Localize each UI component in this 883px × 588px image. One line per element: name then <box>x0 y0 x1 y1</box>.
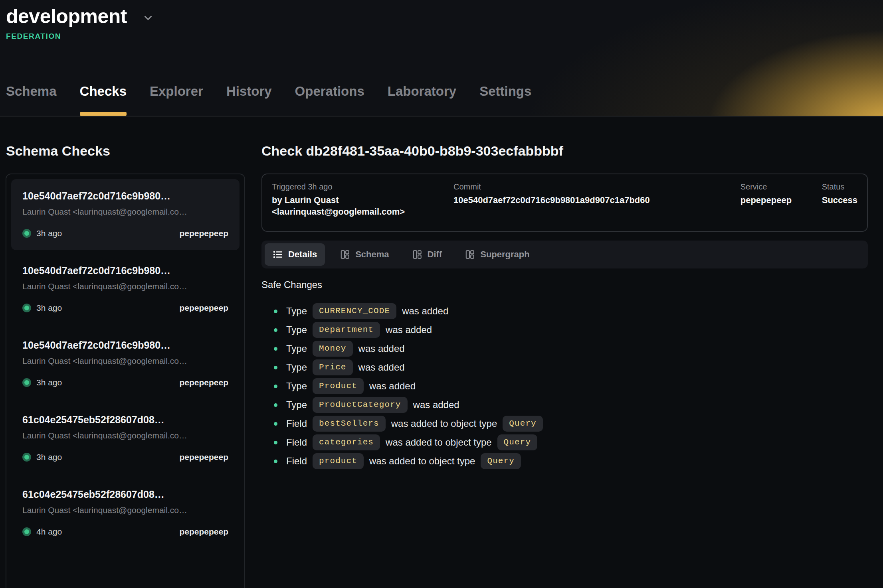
check-service: pepepepeep <box>179 527 228 537</box>
project-name[interactable]: development <box>6 5 127 28</box>
triggered-label: Triggered 3h ago <box>272 182 442 191</box>
check-list-item[interactable]: 10e540d7aef72c0d716c9b980… Laurin Quast … <box>11 254 240 325</box>
check-service: pepepepeep <box>179 378 228 387</box>
code-badge: product <box>313 453 364 469</box>
check-author: Laurin Quast <laurinquast@googlemail.co… <box>22 431 228 440</box>
code-badge: bestSellers <box>313 416 386 432</box>
check-service: pepepepeep <box>179 303 228 313</box>
columns-icon <box>412 249 422 260</box>
change-item: Type Price was added <box>261 358 868 377</box>
tab-explorer[interactable]: Explorer <box>150 84 203 116</box>
detail-tab-schema[interactable]: Schema <box>332 243 397 266</box>
check-list-item[interactable]: 61c04e25475eb52f28607d08… Laurin Quast <… <box>11 403 240 474</box>
check-detail-title: Check db28f481-35aa-40b0-b8b9-303ecfabbb… <box>261 142 868 160</box>
commit-value: 10e540d7aef72c0d716c9b9801a9d907c1a7bd60 <box>453 194 740 206</box>
safe-changes-list: Type CURRENCY_CODE was added Type Depart… <box>261 302 868 471</box>
change-item: Type Money was added <box>261 339 868 358</box>
check-commit-hash: 10e540d7aef72c0d716c9b980… <box>22 339 228 351</box>
check-time: 4h ago <box>36 527 62 537</box>
check-list-item[interactable]: 10e540d7aef72c0d716c9b980… Laurin Quast … <box>11 328 240 399</box>
status-dot-icon <box>22 527 31 536</box>
status-dot-icon <box>22 229 31 238</box>
bullet-icon <box>274 310 277 313</box>
header: development FEDERATION Schema Checks Exp… <box>0 0 883 116</box>
change-item: Field categories was added to object typ… <box>261 433 868 452</box>
change-item: Type Department was added <box>261 321 868 339</box>
tab-laboratory[interactable]: Laboratory <box>388 84 456 116</box>
check-time: 3h ago <box>36 303 62 313</box>
detail-tab-supergraph[interactable]: Supergraph <box>457 243 537 266</box>
status-dot-icon <box>22 304 31 312</box>
chevron-down-icon[interactable] <box>142 12 154 24</box>
check-commit-hash: 10e540d7aef72c0d716c9b980… <box>22 265 228 276</box>
checks-panel: Schema Checks 10e540d7aef72c0d716c9b980…… <box>6 142 245 588</box>
code-badge: Department <box>313 322 380 338</box>
code-badge: categories <box>313 434 380 450</box>
check-author: Laurin Quast <laurinquast@googlemail.co… <box>22 356 228 366</box>
bullet-icon <box>274 403 277 407</box>
detail-tab-diff[interactable]: Diff <box>404 243 450 266</box>
code-badge: Price <box>313 359 353 375</box>
check-service: pepepepeep <box>179 452 228 462</box>
commit-label: Commit <box>453 182 740 191</box>
change-item: Type CURRENCY_CODE was added <box>261 302 868 321</box>
status-label: Status <box>822 182 857 191</box>
check-author: Laurin Quast <laurinquast@googlemail.co… <box>22 505 228 515</box>
service-value: pepepepeep <box>740 194 822 206</box>
columns-icon <box>340 249 350 260</box>
status-dot-icon <box>22 378 31 387</box>
bullet-icon <box>274 460 277 463</box>
tab-history[interactable]: History <box>226 84 272 116</box>
check-detail: Check db28f481-35aa-40b0-b8b9-303ecfabbb… <box>261 142 868 588</box>
change-item: Field bestSellers was added to object ty… <box>261 414 868 433</box>
detail-tab-details[interactable]: Details <box>265 243 325 266</box>
check-list-item[interactable]: 61c04e25475eb52f28607d08… Laurin Quast <… <box>11 478 240 549</box>
check-time: 3h ago <box>36 378 62 387</box>
bullet-icon <box>274 366 277 369</box>
bullet-icon <box>274 441 277 444</box>
status-dot-icon <box>22 453 31 462</box>
main-nav: Schema Checks Explorer History Operation… <box>6 84 883 116</box>
check-meta-box: Triggered 3h ago by Laurin Quast <laurin… <box>261 174 868 232</box>
code-badge: CURRENCY_CODE <box>313 303 396 319</box>
columns-icon <box>465 249 475 260</box>
checks-list: 10e540d7aef72c0d716c9b980… Laurin Quast … <box>6 174 245 588</box>
safe-changes-title: Safe Changes <box>261 279 868 290</box>
check-time: 3h ago <box>36 452 62 462</box>
bullet-icon <box>274 347 277 351</box>
detail-tab-bar: Details Schema Diff Supergraph <box>261 241 868 268</box>
check-author: Laurin Quast <laurinquast@googlemail.co… <box>22 207 228 217</box>
code-badge: ProductCategory <box>313 397 408 413</box>
code-badge: Money <box>313 341 353 357</box>
bullet-icon <box>274 385 277 388</box>
check-commit-hash: 10e540d7aef72c0d716c9b980… <box>22 190 228 202</box>
tab-checks[interactable]: Checks <box>80 84 127 116</box>
code-badge: Query <box>503 416 543 432</box>
change-item: Type ProductCategory was added <box>261 396 868 414</box>
change-item: Type Product was added <box>261 377 868 396</box>
code-badge: Query <box>497 434 538 450</box>
code-badge: Query <box>481 453 521 469</box>
status-value: Success <box>822 194 857 206</box>
check-time: 3h ago <box>36 229 62 238</box>
bullet-icon <box>274 422 277 426</box>
list-icon <box>273 249 283 260</box>
bullet-icon <box>274 328 277 332</box>
tab-schema[interactable]: Schema <box>6 84 57 116</box>
check-commit-hash: 61c04e25475eb52f28607d08… <box>22 489 228 500</box>
service-label: Service <box>740 182 822 191</box>
check-author: Laurin Quast <laurinquast@googlemail.co… <box>22 282 228 291</box>
triggered-value: by Laurin Quast <laurinquast@googlemail.… <box>272 194 442 217</box>
tab-operations[interactable]: Operations <box>295 84 364 116</box>
check-list-item[interactable]: 10e540d7aef72c0d716c9b980… Laurin Quast … <box>11 179 240 250</box>
tab-settings[interactable]: Settings <box>479 84 531 116</box>
checks-panel-title: Schema Checks <box>6 142 245 160</box>
project-type-badge: FEDERATION <box>6 32 883 41</box>
code-badge: Product <box>313 378 364 394</box>
check-commit-hash: 61c04e25475eb52f28607d08… <box>22 414 228 426</box>
change-item: Field product was added to object type Q… <box>261 452 868 471</box>
check-service: pepepepeep <box>179 229 228 238</box>
